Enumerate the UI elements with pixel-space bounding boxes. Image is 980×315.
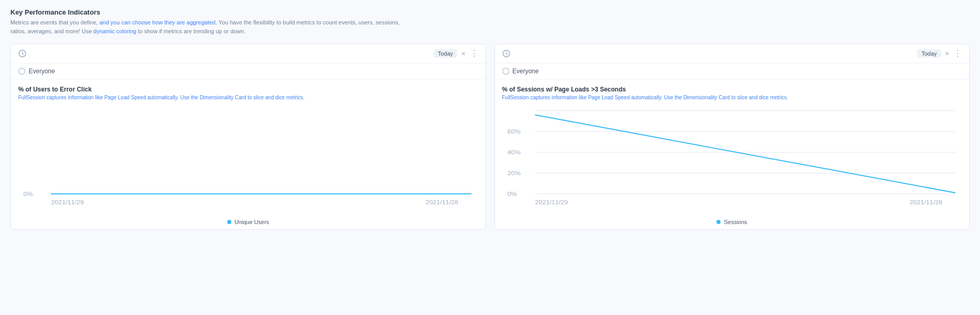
legend-dot-2 xyxy=(716,220,721,224)
card-header-left xyxy=(18,49,27,58)
page-description: Metrics are events that you define, and … xyxy=(10,18,406,35)
svg-text:2021/11/29: 2021/11/29 xyxy=(535,200,568,205)
menu-icon-2[interactable]: ⋮ xyxy=(953,49,962,58)
card-header-right-2: Today × ⋮ xyxy=(917,49,962,58)
card-page-loads-body: % of Sessions w/ Page Loads >3 Seconds F… xyxy=(495,80,970,214)
svg-text:2021/11/29: 2021/11/29 xyxy=(51,200,84,205)
svg-text:60%: 60% xyxy=(507,129,520,135)
metric-title-2: % of Sessions w/ Page Loads >3 Seconds xyxy=(502,86,962,93)
clock-icon-2 xyxy=(502,49,511,58)
svg-text:0%: 0% xyxy=(23,191,33,197)
today-badge: Today xyxy=(434,49,457,58)
close-icon-2[interactable]: × xyxy=(945,49,949,58)
description-text-3: to show if metrics are trending up or do… xyxy=(136,28,245,34)
card-page-loads-header: Today × ⋮ xyxy=(495,44,970,63)
svg-text:0%: 0% xyxy=(507,191,517,197)
legend-label: Unique Users xyxy=(234,219,269,225)
card-header-left-2 xyxy=(502,49,511,58)
svg-text:40%: 40% xyxy=(507,150,520,155)
svg-text:20%: 20% xyxy=(507,170,520,176)
card-error-click-body: % of Users to Error Click FullSession ca… xyxy=(11,80,486,214)
card-page-loads: Today × ⋮ Everyone % of Sessions w/ Page… xyxy=(494,44,970,230)
page-container: Key Performance Indicators Metrics are e… xyxy=(0,0,980,238)
legend-label-2: Sessions xyxy=(724,219,747,225)
cards-container: Today × ⋮ Everyone % of Users to Error C… xyxy=(10,44,970,230)
segment-row-2: Everyone xyxy=(495,63,970,80)
metric-title: % of Users to Error Click xyxy=(18,86,478,93)
description-text-1: Metrics are events that you define, xyxy=(10,19,99,25)
card-error-click-header: Today × ⋮ xyxy=(11,44,486,63)
legend-dot xyxy=(227,220,231,224)
chart-svg-2: 60% 40% 20% 0% 2021/11/29 2021/11/28 xyxy=(502,106,962,209)
svg-text:2021/11/28: 2021/11/28 xyxy=(425,200,458,205)
chart-area-2: 60% 40% 20% 0% 2021/11/29 2021/11/28 xyxy=(502,106,962,209)
segment-label-2: Everyone xyxy=(513,68,539,75)
legend-row: Unique Users xyxy=(11,214,486,229)
card-header-right: Today × ⋮ xyxy=(434,49,478,58)
chart-svg: 0% 2021/11/29 2021/11/28 xyxy=(18,106,478,209)
menu-icon[interactable]: ⋮ xyxy=(470,49,478,58)
segment-circle xyxy=(18,68,25,75)
segment-circle-2 xyxy=(502,68,509,75)
card-error-click: Today × ⋮ Everyone % of Users to Error C… xyxy=(10,44,486,230)
legend-row-2: Sessions xyxy=(495,214,970,229)
description-link-2[interactable]: dynamic coloring xyxy=(94,28,137,34)
today-badge-2: Today xyxy=(917,49,940,58)
clock-icon xyxy=(18,49,27,58)
segment-row: Everyone xyxy=(11,63,486,80)
description-link-1[interactable]: and you can choose how they are aggregat… xyxy=(99,19,217,25)
svg-text:2021/11/28: 2021/11/28 xyxy=(909,200,942,205)
segment-label: Everyone xyxy=(29,68,55,75)
chart-area: 0% 2021/11/29 2021/11/28 xyxy=(18,106,478,209)
metric-subtitle-2: FullSession captures information like Pa… xyxy=(502,95,962,100)
close-icon[interactable]: × xyxy=(461,49,465,58)
metric-subtitle: FullSession captures information like Pa… xyxy=(18,95,478,100)
page-title: Key Performance Indicators xyxy=(10,8,970,16)
